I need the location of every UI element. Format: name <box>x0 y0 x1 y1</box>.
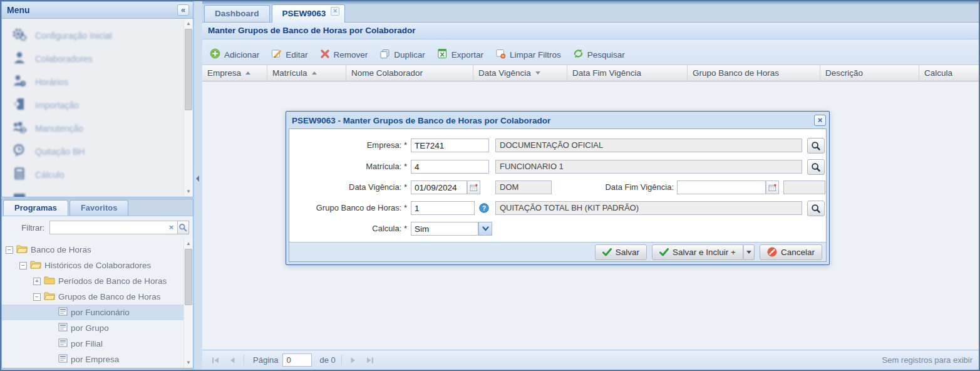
salvar-button[interactable]: Salvar <box>595 244 647 260</box>
empresa-code-input[interactable] <box>411 138 489 152</box>
column-header-nome-colaborador[interactable]: Nome Colaborador <box>346 65 473 81</box>
data-vigencia-input[interactable] <box>411 180 467 194</box>
column-header-empresa[interactable]: Empresa <box>202 65 267 81</box>
help-icon[interactable]: ? <box>479 203 489 213</box>
menu-item-calculo[interactable]: Cálculo <box>12 163 193 186</box>
column-header-matricula[interactable]: Matrícula <box>267 65 346 81</box>
column-label: Data Vigência <box>478 68 531 78</box>
tree-scrollbar: ▲ ▼ <box>183 239 193 368</box>
tab-programas[interactable]: Programas <box>3 200 68 216</box>
empresa-lookup-button[interactable] <box>807 138 825 154</box>
tab-dashboard[interactable]: Dashboard <box>204 5 270 22</box>
tab-psew9063[interactable]: PSEW9063 × <box>272 4 346 23</box>
tree-leaf-por-grupo[interactable]: por Grupo <box>2 320 193 336</box>
column-header-descricao[interactable]: Descrição <box>820 65 919 81</box>
grupo-banco-horas-code-input[interactable] <box>411 201 475 215</box>
menu-item-quitacao-bh[interactable]: Quitação BH <box>12 140 193 163</box>
tree-leaf-por-empresa[interactable]: por Empresa <box>2 352 193 367</box>
menu-item-partial[interactable] <box>12 186 193 197</box>
exportar-button[interactable]: Exportar <box>433 46 489 63</box>
pesquisar-button[interactable]: Pesquisar <box>569 46 631 63</box>
tab-favoritos[interactable]: Favoritos <box>70 200 129 216</box>
editar-button[interactable]: Editar <box>267 46 313 63</box>
menu-item-manutencao[interactable]: Manutenção <box>12 117 193 140</box>
people-gear-icon <box>12 120 27 137</box>
menu-item-colaboradores[interactable]: Colaboradores <box>12 47 193 70</box>
column-header-data-fim-vigencia[interactable]: Data Fim Vigência <box>567 65 688 81</box>
check-icon <box>659 248 669 256</box>
cancelar-button[interactable]: Cancelar <box>760 244 822 260</box>
remover-button[interactable]: Remover <box>316 46 374 63</box>
salvar-incluir-button[interactable]: Salvar e Incluir + <box>652 244 743 260</box>
button-label: Limpar Filtros <box>510 50 561 60</box>
tree-leaf-por-funcionario[interactable]: por Funcionário <box>2 305 193 320</box>
open-folder-icon <box>30 260 41 271</box>
column-header-grupo-banco-horas[interactable]: Grupo Banco de Horas <box>688 65 820 81</box>
prev-page-icon[interactable] <box>225 353 239 367</box>
scroll-up-arrow[interactable]: ▲ <box>184 19 193 28</box>
column-header-calcula[interactable]: Calcula <box>919 65 979 81</box>
tree-leaf-por-filial[interactable]: por Filial <box>2 336 193 352</box>
menu-list: Configuração Inicial Colaboradores Horár… <box>2 19 193 197</box>
filter-clear-icon[interactable]: × <box>165 221 178 234</box>
collapse-node-icon[interactable]: − <box>33 293 41 301</box>
next-page-icon[interactable] <box>346 353 360 367</box>
button-label: Cancelar <box>781 248 815 257</box>
tree-node-periodos[interactable]: + Períodos de Banco de Horas <box>2 273 193 289</box>
tree-node-grupos[interactable]: − Grupos de Banco de Horas <box>2 289 193 305</box>
duplicar-button[interactable]: Duplicar <box>376 46 431 63</box>
cropped-icon <box>12 192 27 197</box>
page-number-input[interactable] <box>282 353 312 367</box>
calcula-select[interactable] <box>411 222 478 236</box>
grupo-banco-horas-lookup-button[interactable] <box>807 201 825 216</box>
matricula-description-field: FUNCIONARIO 1 <box>495 160 802 174</box>
data-fim-vigencia-input[interactable] <box>677 180 766 194</box>
column-label: Grupo Banco de Horas <box>693 68 779 78</box>
matricula-code-input[interactable] <box>411 160 489 174</box>
tree-node-historicos[interactable]: − Históricos de Colaboradores <box>2 258 193 273</box>
dialog-footer: Salvar Salvar e Incluir + Cancelar <box>289 242 826 261</box>
matricula-lookup-button[interactable] <box>807 159 825 175</box>
collapse-panel-button[interactable]: « <box>177 4 189 16</box>
edit-icon <box>271 48 282 61</box>
scroll-down-arrow[interactable]: ▼ <box>184 358 193 367</box>
menu-item-importacao[interactable]: Importação <box>12 93 193 117</box>
menu-item-label: Colaboradores <box>35 54 93 64</box>
filter-input[interactable] <box>49 221 165 234</box>
clock-bubble-icon <box>12 143 27 160</box>
program-doc-icon <box>58 323 68 333</box>
limpar-filtros-button[interactable]: Limpar Filtros <box>492 46 567 63</box>
dialog-inner: Empresa: * DOCUMENTAÇÃO OFICIAL Matrícul… <box>289 128 827 262</box>
program-doc-icon <box>58 338 68 349</box>
salvar-incluir-menu-arrow-icon[interactable] <box>743 244 755 260</box>
first-page-icon[interactable] <box>209 353 222 367</box>
tab-close-icon[interactable]: × <box>331 7 339 16</box>
dialog-title: PSEW9063 - Manter Grupos de Banco de Hor… <box>292 116 550 125</box>
calcula-dropdown-icon[interactable] <box>478 222 492 236</box>
data-fim-vigencia-calendar-icon[interactable] <box>766 180 779 194</box>
collapse-node-icon[interactable]: − <box>19 262 27 269</box>
tree-node-banco-de-horas[interactable]: − Banco de Horas <box>2 242 193 258</box>
west-region: Menu « Configuração Inicial Colaboradore… <box>1 1 193 368</box>
tree-node-label: por Grupo <box>71 323 109 333</box>
scrollbar-thumb[interactable] <box>185 29 192 110</box>
menu-item-configuracao-inicial[interactable]: Configuração Inicial <box>12 24 193 47</box>
menu-item-horarios[interactable]: Horários <box>12 70 193 93</box>
scrollbar-thumb[interactable] <box>185 249 192 305</box>
column-header-data-vigencia[interactable]: Data Vigência <box>473 65 567 81</box>
collapse-node-icon[interactable]: − <box>6 246 13 254</box>
data-vigencia-calendar-icon[interactable] <box>467 180 480 194</box>
dialog-close-icon[interactable]: × <box>814 115 826 126</box>
copy-icon <box>379 48 390 61</box>
dialog-titlebar[interactable]: PSEW9063 - Manter Grupos de Banco de Hor… <box>289 114 827 128</box>
last-page-icon[interactable] <box>363 353 377 367</box>
filter-search-icon[interactable] <box>178 221 189 234</box>
scroll-down-arrow[interactable]: ▼ <box>184 187 193 196</box>
panel-splitter[interactable] <box>195 1 202 370</box>
splitter-collapse-arrow-icon[interactable] <box>196 175 199 182</box>
adicionar-button[interactable]: Adicionar <box>206 46 265 63</box>
expand-node-icon[interactable]: + <box>33 278 41 285</box>
scroll-up-arrow[interactable]: ▲ <box>184 239 193 248</box>
calcula-label: Calcula: * <box>289 222 407 236</box>
clear-filters-icon <box>495 48 506 61</box>
